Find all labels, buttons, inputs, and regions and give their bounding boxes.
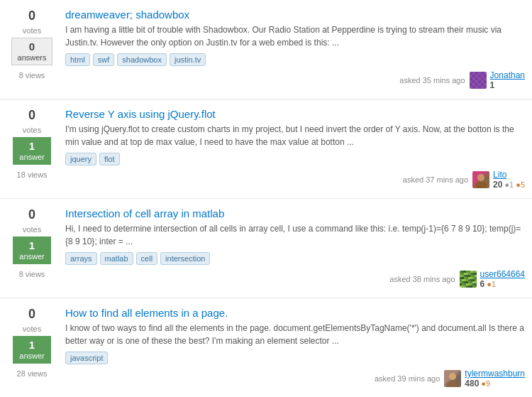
avatar xyxy=(472,171,489,188)
question-title[interactable]: dreamweaver; shadowbox xyxy=(65,9,189,21)
asked-ago: asked 38 mins ago xyxy=(389,275,455,283)
answers-box: 1answer xyxy=(13,236,50,264)
tag[interactable]: javascript xyxy=(65,352,108,364)
tag[interactable]: intersection xyxy=(160,252,210,265)
bronze-badge: ●1 xyxy=(487,280,496,288)
tag[interactable]: html xyxy=(65,53,90,66)
tags-row: htmlswfshadowboxjustin.tv xyxy=(65,53,525,66)
svg-point-1 xyxy=(475,182,487,188)
stats-col: 0votes1answer8 views xyxy=(7,207,57,278)
asked-ago: asked 37 mins ago xyxy=(403,175,468,184)
tag[interactable]: justin.tv xyxy=(170,53,206,66)
question-title[interactable]: Intersection of cell array in matlab xyxy=(65,207,224,219)
user-details: Jonathan1 xyxy=(490,70,525,90)
votes-label: votes xyxy=(23,225,41,234)
tag[interactable]: cell xyxy=(136,252,158,265)
asked-ago: asked 39 mins ago xyxy=(375,374,440,383)
answers-text: answers xyxy=(18,53,47,62)
user-rep-badges: 1 xyxy=(490,80,525,90)
user-name[interactable]: tylermwashburn xyxy=(465,369,525,379)
svg-point-2 xyxy=(449,373,456,380)
answers-box: 1answer xyxy=(13,137,50,165)
svg-point-3 xyxy=(447,381,458,387)
meta-row: asked 39 mins agotylermwashburn480●9 xyxy=(65,369,525,388)
stats-col: 0votes1answer18 views xyxy=(7,108,57,179)
answers-num: 1 xyxy=(29,141,35,153)
question-item: 0votes1answer28 viewsHow to find all ele… xyxy=(0,298,532,397)
votes-label: votes xyxy=(23,126,41,134)
avatar xyxy=(444,370,461,387)
views-label: 28 views xyxy=(17,369,48,378)
tag[interactable]: swf xyxy=(93,53,115,66)
question-excerpt: I know of two ways to find all the eleme… xyxy=(65,322,525,347)
bronze-badge: ●5 xyxy=(516,180,525,189)
views-label: 18 views xyxy=(17,170,48,179)
tags-row: jqueryflot xyxy=(65,153,525,165)
user-info: Lito20●1●5 xyxy=(472,170,525,190)
user-rep-badges: 480●9 xyxy=(465,379,525,388)
user-name[interactable]: Lito xyxy=(493,170,506,180)
question-list: 0votes0answers8 viewsdreamweaver; shadow… xyxy=(0,0,532,397)
views-label: 8 views xyxy=(19,270,45,278)
tag[interactable]: arrays xyxy=(65,252,97,265)
question-title[interactable]: How to find all elements in a page. xyxy=(65,307,228,319)
user-rep: 480 xyxy=(465,379,479,388)
tag[interactable]: shadowbox xyxy=(117,53,167,66)
question-item: 0votes0answers8 viewsdreamweaver; shadow… xyxy=(0,0,532,99)
tags-row: javascript xyxy=(65,352,525,364)
question-excerpt: Hi, I need to determine intersection of … xyxy=(65,222,525,248)
silver-badge: ●1 xyxy=(504,180,514,189)
answers-text: answer xyxy=(19,352,44,360)
meta-row: asked 35 mins agoJonathan1 xyxy=(65,70,525,90)
answers-num: 0 xyxy=(29,41,35,53)
meta-row: asked 37 mins agoLito20●1●5 xyxy=(65,170,525,190)
user-info: tylermwashburn480●9 xyxy=(444,369,525,388)
question-excerpt: I'm using jQuery.flot to create custom c… xyxy=(65,123,525,148)
avatar xyxy=(470,72,487,89)
answers-text: answer xyxy=(19,153,44,161)
stats-col: 0votes1answer28 views xyxy=(7,307,57,378)
meta-row: asked 38 mins agouser6646646●1 xyxy=(65,269,525,289)
user-details: user6646646●1 xyxy=(480,269,525,289)
votes-label: votes xyxy=(23,26,41,35)
user-rep: 1 xyxy=(490,80,495,90)
answers-num: 1 xyxy=(29,240,35,252)
question-item: 0votes1answer18 viewsReverse Y axis usin… xyxy=(0,99,532,199)
content-col: Intersection of cell array in matlabHi, … xyxy=(65,207,525,289)
votes-count: 0 xyxy=(28,207,35,222)
votes-count: 0 xyxy=(28,9,35,23)
tag[interactable]: flot xyxy=(99,153,120,165)
user-details: Lito20●1●5 xyxy=(493,170,525,190)
votes-count: 0 xyxy=(28,307,35,322)
votes-label: votes xyxy=(23,325,41,333)
user-rep: 6 xyxy=(480,279,485,289)
asked-ago: asked 35 mins ago xyxy=(399,76,465,85)
answers-box: 1answer xyxy=(13,336,50,364)
answers-box: 0answers xyxy=(11,38,53,65)
question-item: 0votes1answer8 viewsIntersection of cell… xyxy=(0,199,532,298)
content-col: dreamweaver; shadowboxI am having a litt… xyxy=(65,9,525,90)
bronze-badge: ●9 xyxy=(481,379,490,388)
user-rep-badges: 6●1 xyxy=(480,279,525,289)
question-title[interactable]: Reverse Y axis using jQuery.flot xyxy=(65,108,216,120)
user-info: Jonathan1 xyxy=(470,70,525,90)
avatar xyxy=(460,271,477,288)
user-rep-badges: 20●1●5 xyxy=(493,180,525,190)
views-label: 8 views xyxy=(19,71,45,80)
tag[interactable]: jquery xyxy=(65,153,96,165)
user-info: user6646646●1 xyxy=(460,269,525,289)
votes-count: 0 xyxy=(28,108,35,123)
tag[interactable]: matlab xyxy=(100,252,133,265)
user-details: tylermwashburn480●9 xyxy=(465,369,525,388)
user-rep: 20 xyxy=(493,180,502,190)
stats-col: 0votes0answers8 views xyxy=(7,9,57,80)
answers-text: answer xyxy=(19,252,44,261)
tags-row: arraysmatlabcellintersection xyxy=(65,252,525,265)
svg-point-0 xyxy=(477,174,484,181)
user-name[interactable]: Jonathan xyxy=(490,70,525,80)
content-col: How to find all elements in a page.I kno… xyxy=(65,307,525,388)
user-name[interactable]: user664664 xyxy=(480,269,525,279)
answers-num: 1 xyxy=(29,339,35,352)
question-excerpt: I am having a little bit of trouble with… xyxy=(65,23,525,49)
content-col: Reverse Y axis using jQuery.flotI'm usin… xyxy=(65,108,525,190)
